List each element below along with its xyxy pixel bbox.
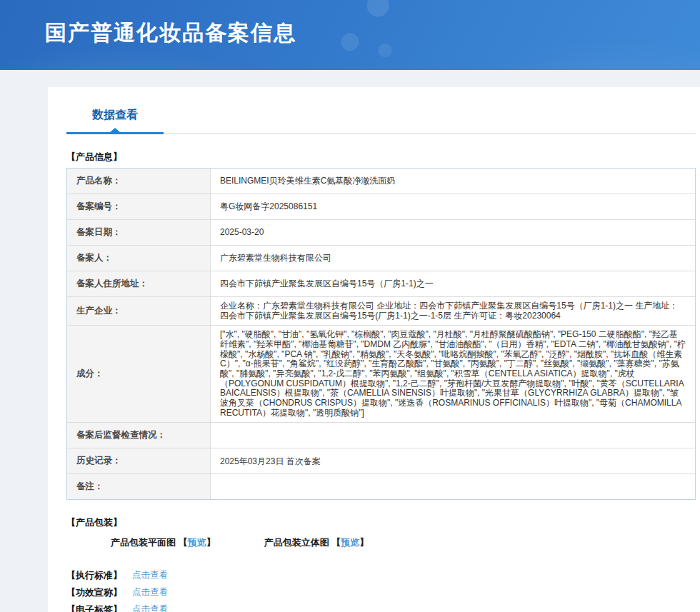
row-label: 备注： — [67, 474, 211, 499]
row-value: 四会市下茆镇产业聚集发展区自编号15号（厂房1-1)之一 — [211, 271, 695, 296]
row-label: 备案编号： — [67, 194, 211, 219]
doc-row-efficacy-claim: 【功效宣称】 点击查看 — [66, 588, 696, 597]
table-row: 历史记录： 2025年03月23日 首次备案 — [67, 448, 695, 473]
table-row: 备案后监督检查情况： — [67, 422, 695, 448]
doc-label: 【功效宣称】 — [66, 586, 122, 599]
row-value: 2025年03月23日 首次备案 — [211, 448, 695, 473]
row-value-ingredients: ["水", "硬脂酸", "甘油", "氢氧化钾", "棕榈酸", "肉豆蔻酸"… — [211, 326, 695, 422]
row-value: 广东碧素堂生物科技有限公司 — [211, 246, 695, 271]
packaging-flat-preview-link[interactable]: 预览 — [188, 537, 206, 548]
doc-row-execution-standard: 【执行标准】 点击查看 — [66, 571, 696, 580]
efficacy-claim-view-link[interactable]: 点击查看 — [132, 586, 168, 598]
doc-label: 【电子标签】 — [66, 603, 122, 612]
packaging-flat-label: 产品包装平面图 — [111, 537, 176, 548]
row-label: 备案日期： — [67, 220, 211, 245]
doc-label: 【执行标准】 — [66, 569, 122, 582]
table-row: 产品名称： BEILINGMEI贝玲美维生素C氨基酸净澈洗面奶 — [67, 169, 695, 194]
packaging-stereo-preview-link[interactable]: 预览 — [341, 537, 359, 548]
section-title-product-packaging: 【产品包装】 — [66, 516, 696, 529]
packaging-flat-item: 产品包装平面图 【预览】 — [111, 536, 216, 549]
doc-row-electronic-label: 【电子标签】 点击查看 — [66, 605, 696, 612]
row-label: 备案人： — [67, 246, 211, 271]
table-row: 备案人： 广东碧素堂生物科技有限公司 — [67, 245, 695, 271]
bracket-open: 【 — [179, 537, 188, 548]
table-row: 备案人住所地址： 四会市下茆镇产业聚集发展区自编号15号（厂房1-1)之一 — [67, 271, 695, 296]
row-value: 2025-03-20 — [211, 220, 695, 245]
table-row: 备案日期： 2025-03-20 — [67, 219, 695, 245]
row-label: 历史记录： — [67, 448, 211, 473]
table-row: 备案编号： 粤G妆网备字2025086151 — [67, 194, 695, 219]
table-row: 生产企业： 企业名称：广东碧素堂生物科技有限公司 企业地址：四会市下茆镇产业聚集… — [67, 296, 695, 325]
packaging-stereo-label: 产品包装立体图 — [264, 537, 329, 548]
row-value: 企业名称：广东碧素堂生物科技有限公司 企业地址：四会市下茆镇产业聚集发展区自编号… — [211, 297, 695, 325]
row-value: 粤G妆网备字2025086151 — [211, 194, 695, 219]
execution-standard-view-link[interactable]: 点击查看 — [132, 569, 168, 581]
packaging-row: 产品包装平面图 【预览】 产品包装立体图 【预览】 — [111, 536, 696, 549]
row-value — [211, 474, 695, 499]
table-row: 成分： ["水", "硬脂酸", "甘油", "氢氧化钾", "棕榈酸", "肉… — [67, 325, 695, 422]
row-label: 备案后监督检查情况： — [67, 423, 211, 448]
section-title-product-info: 【产品信息】 — [66, 151, 696, 164]
product-info-table: 产品名称： BEILINGMEI贝玲美维生素C氨基酸净澈洗面奶 备案编号： 粤G… — [66, 168, 696, 500]
electronic-label-view-link[interactable]: 点击查看 — [132, 603, 168, 612]
row-label: 备案人住所地址： — [67, 271, 211, 296]
tab-bar: 数据查看 — [66, 105, 696, 134]
row-label: 产品名称： — [67, 169, 211, 194]
row-value — [211, 423, 695, 448]
content-card: 数据查看 【产品信息】 产品名称： BEILINGMEI贝玲美维生素C氨基酸净澈… — [48, 87, 700, 612]
row-label: 成分： — [67, 326, 211, 422]
tab-data-view[interactable]: 数据查看 — [66, 108, 164, 133]
page-title: 国产普通化妆品备案信息 — [0, 0, 700, 48]
row-label: 生产企业： — [67, 297, 211, 325]
row-value: BEILINGMEI贝玲美维生素C氨基酸净澈洗面奶 — [211, 169, 695, 194]
bracket-open: 【 — [331, 537, 341, 548]
packaging-stereo-item: 产品包装立体图 【预览】 — [264, 536, 369, 549]
bracket-close: 】 — [206, 537, 216, 548]
page-header: 国产普通化妆品备案信息 — [0, 0, 700, 70]
document-links: 【执行标准】 点击查看 【功效宣称】 点击查看 【电子标签】 点击查看 【标签样… — [66, 571, 696, 612]
table-row: 备注： — [67, 473, 695, 499]
bracket-close: 】 — [359, 537, 369, 548]
